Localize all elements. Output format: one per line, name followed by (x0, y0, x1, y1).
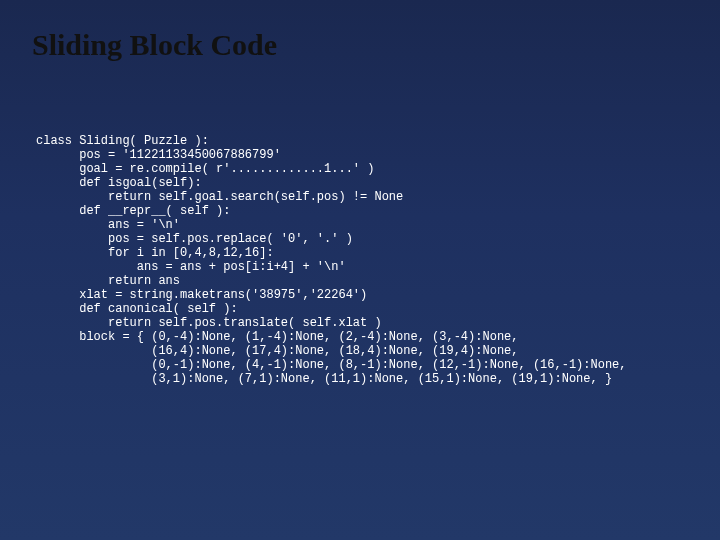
slide: Sliding Block Code class Sliding( Puzzle… (0, 0, 720, 540)
slide-title: Sliding Block Code (0, 0, 720, 62)
code-block: class Sliding( Puzzle ): pos = '11221133… (0, 62, 720, 386)
